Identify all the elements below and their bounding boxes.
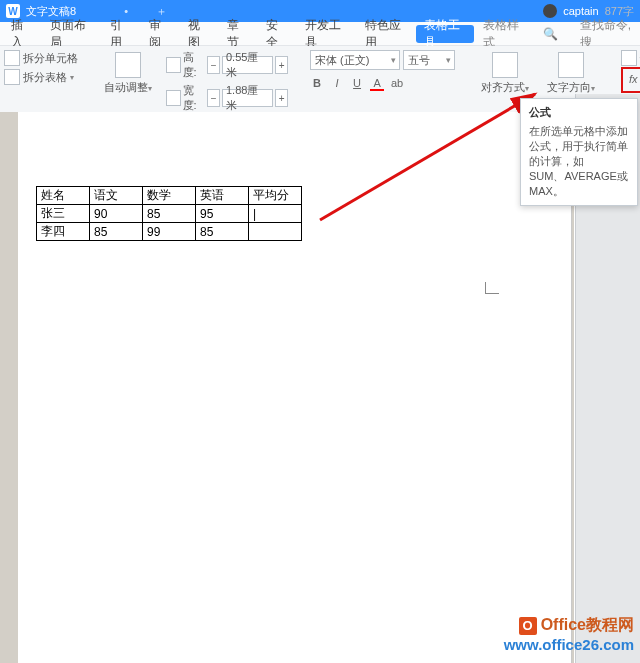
table-cell[interactable]: 95 bbox=[196, 205, 249, 223]
menu-page-layout[interactable]: 页面布局 bbox=[41, 22, 101, 46]
workspace: 姓名 语文 数学 英语 平均分 张三 90 85 95 李四 85 99 85 bbox=[0, 112, 574, 663]
autofit-icon bbox=[115, 52, 141, 78]
width-minus-button[interactable]: − bbox=[207, 89, 220, 107]
font-size-select[interactable]: 五号 bbox=[403, 50, 455, 70]
menu-dev-tools[interactable]: 开发工具 bbox=[296, 22, 356, 46]
data-table[interactable]: 姓名 语文 数学 英语 平均分 张三 90 85 95 李四 85 99 85 bbox=[36, 186, 302, 241]
fx-icon: fx bbox=[629, 73, 638, 85]
search-text[interactable]: 查找命令, 搜 bbox=[571, 22, 640, 46]
table-header-cell[interactable]: 平均分 bbox=[249, 187, 302, 205]
table-cell[interactable]: 99 bbox=[143, 223, 196, 241]
width-plus-button[interactable]: + bbox=[275, 89, 288, 107]
table-header-cell[interactable]: 英语 bbox=[196, 187, 249, 205]
menu-special[interactable]: 特色应用 bbox=[356, 22, 416, 46]
width-label: 宽度: bbox=[183, 83, 206, 113]
text-direction-icon bbox=[558, 52, 584, 78]
font-name-select[interactable]: 宋体 (正文) bbox=[310, 50, 400, 70]
col-width-icon bbox=[166, 90, 181, 106]
italic-button[interactable]: I bbox=[330, 77, 344, 91]
formula-button[interactable]: fx 公式 bbox=[621, 67, 640, 93]
document-page[interactable]: 姓名 语文 数学 英语 平均分 张三 90 85 95 李四 85 99 85 bbox=[18, 112, 572, 663]
split-table-button[interactable]: 拆分表格▾ bbox=[4, 69, 78, 85]
avatar-icon[interactable] bbox=[543, 4, 557, 18]
menu-security[interactable]: 安全 bbox=[257, 22, 296, 46]
table-row: 姓名 语文 数学 英语 平均分 bbox=[37, 187, 302, 205]
menu-table-tools[interactable]: 表格工具 bbox=[416, 25, 474, 43]
office-logo-icon: O bbox=[519, 617, 537, 635]
col-width-control[interactable]: 宽度: − 1.88厘米 + bbox=[166, 83, 288, 113]
table-row: 张三 90 85 95 bbox=[37, 205, 302, 223]
bold-button[interactable]: B bbox=[310, 77, 324, 91]
font-color-button[interactable]: A bbox=[370, 77, 384, 91]
menu-references[interactable]: 引用 bbox=[101, 22, 140, 46]
table-cell[interactable]: 85 bbox=[196, 223, 249, 241]
height-minus-button[interactable]: − bbox=[207, 56, 220, 74]
menu-table-style[interactable]: 表格样式 bbox=[474, 22, 534, 46]
underline-button[interactable]: U bbox=[350, 77, 364, 91]
menu-bar: 插入 页面布局 引用 审阅 视图 章节 安全 开发工具 特色应用 表格工具 表格… bbox=[0, 22, 640, 46]
auto-fit-button[interactable]: 自动调整▾ bbox=[100, 50, 156, 113]
table-cell[interactable] bbox=[249, 223, 302, 241]
height-plus-button[interactable]: + bbox=[275, 56, 288, 74]
table-cell-active[interactable] bbox=[249, 205, 302, 223]
tooltip-title: 公式 bbox=[529, 105, 629, 120]
user-name[interactable]: captain bbox=[563, 5, 598, 17]
table-row: 李四 85 99 85 bbox=[37, 223, 302, 241]
row-height-control[interactable]: 高度: − 0.55厘米 + bbox=[166, 50, 288, 80]
watermark-url: www.office26.com bbox=[504, 636, 634, 653]
split-cell-button[interactable]: 拆分单元格 bbox=[4, 50, 78, 66]
fast-calc-button[interactable]: 快速计算▾ bbox=[621, 50, 640, 66]
width-input[interactable]: 1.88厘米 bbox=[222, 89, 273, 107]
height-input[interactable]: 0.55厘米 bbox=[222, 56, 273, 74]
formula-tooltip: 公式 在所选单元格中添加公式，用于执行简单的计算，如 SUM、AVERAGE或M… bbox=[520, 98, 638, 206]
table-cell[interactable]: 李四 bbox=[37, 223, 90, 241]
table-cell[interactable]: 90 bbox=[90, 205, 143, 223]
table-header-cell[interactable]: 数学 bbox=[143, 187, 196, 205]
menu-view[interactable]: 视图 bbox=[179, 22, 218, 46]
table-cell[interactable]: 85 bbox=[143, 205, 196, 223]
search-icon[interactable]: 🔍 bbox=[534, 22, 567, 46]
row-height-icon bbox=[166, 57, 181, 73]
table-header-cell[interactable]: 姓名 bbox=[37, 187, 90, 205]
menu-sections[interactable]: 章节 bbox=[218, 22, 257, 46]
watermark-brand: Office教程网 bbox=[541, 615, 634, 636]
menu-review[interactable]: 审阅 bbox=[140, 22, 179, 46]
tab-indicator-icon: • bbox=[124, 5, 128, 17]
height-label: 高度: bbox=[183, 50, 206, 80]
tooltip-body-1: 在所选单元格中添加公式，用于执行简单的计算，如 bbox=[529, 124, 629, 169]
align-icon bbox=[492, 52, 518, 78]
table-cell[interactable]: 85 bbox=[90, 223, 143, 241]
margin-marker-icon bbox=[485, 282, 499, 294]
tooltip-body-2: SUM、AVERAGE或MAX。 bbox=[529, 169, 629, 199]
menu-insert[interactable]: 插入 bbox=[2, 22, 41, 46]
split-cell-icon bbox=[4, 50, 20, 66]
table-header-cell[interactable]: 语文 bbox=[90, 187, 143, 205]
highlight-button[interactable]: ab bbox=[390, 77, 404, 91]
table-cell[interactable]: 张三 bbox=[37, 205, 90, 223]
fast-calc-icon bbox=[621, 50, 637, 66]
split-table-icon bbox=[4, 69, 20, 85]
watermark: OOffice教程网 www.office26.com bbox=[504, 615, 634, 653]
